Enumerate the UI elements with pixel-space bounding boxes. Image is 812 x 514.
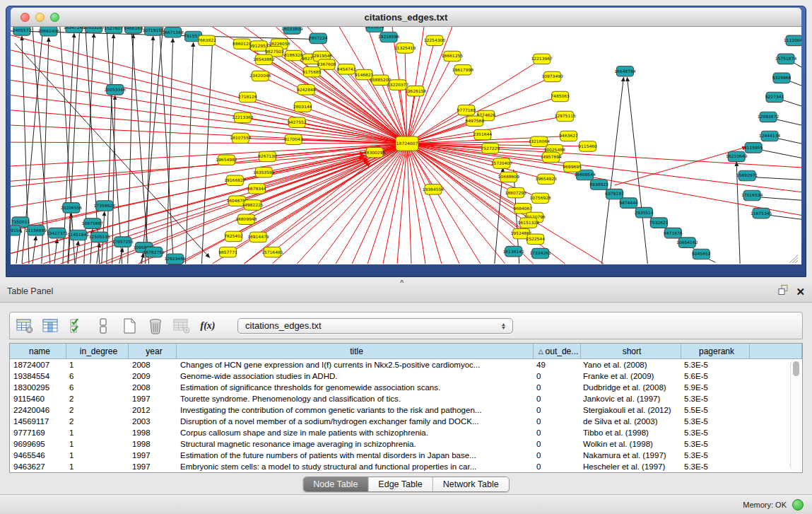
graph-node[interactable]: 9474444: [619, 198, 638, 208]
graph-node[interactable]: 7527229: [481, 144, 500, 153]
graph-node[interactable]: 16136141: [503, 246, 525, 256]
graph-node[interactable]: 16661255: [442, 51, 464, 61]
network-graph[interactable]: 2405572206914061634724810553287152760784…: [11, 27, 801, 264]
table-row[interactable]: 1456911722003Disruption of a novel membe…: [10, 416, 802, 427]
graph-node[interactable]: 16353593: [253, 167, 275, 177]
column-header-out_degree[interactable]: △out_de...: [534, 344, 581, 358]
table-row[interactable]: 1872400712008Changes of HCN gene express…: [10, 359, 802, 370]
graph-node[interactable]: 2803144: [293, 102, 312, 112]
table-row[interactable]: 1938455462009Genome-wide association stu…: [10, 370, 802, 382]
graph-node[interactable]: 12093872: [758, 112, 779, 122]
graph-node[interactable]: 8860128: [233, 39, 252, 49]
network-canvas[interactable]: 2405572206914061634724810553287152760784…: [11, 27, 801, 264]
table-row[interactable]: 977716911998Corpus callosum shape and si…: [10, 427, 802, 438]
graph-node[interactable]: 16151323: [517, 218, 539, 228]
function-builder-icon[interactable]: f(x): [199, 317, 217, 335]
delete-trash-icon[interactable]: [146, 317, 165, 335]
tab-edge-table[interactable]: Edge Table: [368, 477, 433, 491]
graph-node[interactable]: 12923466: [164, 254, 186, 264]
graph-node[interactable]: 12213967: [531, 54, 553, 64]
column-header-in_degree[interactable]: in_degree: [66, 344, 129, 358]
graph-node[interactable]: 15716485: [261, 247, 283, 257]
graph-node[interactable]: 12213363: [232, 112, 254, 122]
graph-nodes[interactable]: 2405572206914061634724810553287152760784…: [11, 27, 801, 264]
scrollbar-thumb[interactable]: [793, 361, 799, 376]
graph-node[interactable]: 8813054: [365, 27, 384, 32]
graph-node[interactable]: 19384554: [423, 185, 445, 194]
graph-node[interactable]: 8466160: [124, 27, 143, 33]
column-chooser-icon[interactable]: [42, 317, 60, 335]
graph-node[interactable]: 18300295: [364, 147, 386, 157]
graph-node[interactable]: 9227341: [765, 92, 784, 102]
graph-node[interactable]: 14982225: [242, 200, 264, 210]
graph-node[interactable]: 7625402: [224, 231, 243, 241]
graph-node[interactable]: 19617998: [452, 65, 474, 75]
graph-node[interactable]: 9699695: [563, 162, 582, 172]
splitter-grip-icon[interactable]: ^: [400, 279, 404, 286]
graph-node[interactable]: 8471676: [664, 228, 683, 238]
merge-rows-icon[interactable]: [94, 317, 112, 335]
graph-node[interactable]: 20053346: [105, 85, 126, 95]
graph-node[interactable]: 11451941: [68, 230, 90, 240]
graph-node[interactable]: 16809948: [235, 214, 257, 224]
graph-node[interactable]: 10975887: [82, 218, 104, 228]
graph-node[interactable]: 12505135: [89, 232, 111, 242]
graph-node[interactable]: 13626158: [405, 86, 427, 96]
table-row[interactable]: 946362711997Embryonic stem cells: a mode…: [10, 461, 802, 472]
graph-node[interactable]: 2522544: [526, 234, 545, 244]
resize-grip-icon[interactable]: [789, 255, 798, 263]
graph-node[interactable]: 6379197: [605, 189, 624, 199]
column-header-name[interactable]: name: [10, 344, 66, 358]
network-window-titlebar[interactable]: citations_edges.txt: [11, 8, 801, 27]
graph-node[interactable]: 15751874: [775, 54, 797, 64]
graph-node[interactable]: 10719155: [142, 27, 164, 35]
graph-node[interactable]: 16782753: [143, 247, 165, 257]
table-settings-icon[interactable]: [16, 317, 34, 335]
graph-node[interactable]: 10654162: [676, 238, 698, 247]
graph-node[interactable]: 10553287: [83, 27, 105, 33]
graph-node[interactable]: 16543862: [253, 54, 275, 64]
graph-node[interactable]: 18724007: [396, 136, 418, 151]
graph-node[interactable]: 11120041: [784, 35, 801, 45]
graph-node[interactable]: 11675345: [751, 208, 772, 218]
graph-node[interactable]: 13427371: [47, 228, 69, 238]
graph-node[interactable]: 16033809: [281, 27, 303, 34]
column-header-title[interactable]: title: [177, 344, 534, 358]
graph-node[interactable]: 17957255: [112, 237, 134, 247]
graph-node[interactable]: 7663822: [197, 35, 216, 45]
graph-node[interactable]: 8454743: [337, 64, 356, 74]
graph-node[interactable]: 1527607: [104, 27, 123, 33]
graph-node[interactable]: 2351644: [473, 129, 493, 139]
graph-node[interactable]: 20691406: [38, 27, 60, 36]
column-header-filler[interactable]: [750, 344, 802, 358]
close-panel-icon[interactable]: ✕: [796, 286, 805, 297]
graph-node[interactable]: 9857771: [218, 247, 237, 257]
graph-node[interactable]: 7485063: [551, 91, 570, 101]
graph-node[interactable]: 7857224: [309, 33, 328, 43]
graph-node[interactable]: 12254300: [424, 35, 446, 45]
graph-node[interactable]: 13216064: [528, 136, 550, 146]
graph-node[interactable]: 2405572: [13, 27, 32, 35]
table-row[interactable]: 1830029562008Estimation of significance …: [10, 382, 802, 393]
tab-node-table[interactable]: Node Table: [303, 477, 368, 491]
table-row[interactable]: 2242004622012Investigating the contribut…: [10, 404, 802, 416]
graph-node[interactable]: 14957694: [540, 152, 562, 162]
graph-node[interactable]: 9777169: [457, 105, 476, 115]
graph-node[interactable]: 16671368: [162, 27, 184, 37]
table-row[interactable]: 946554611997Estimation of the future num…: [10, 450, 802, 461]
graph-node[interactable]: 10756928: [529, 193, 551, 203]
graph-node[interactable]: 7932621: [649, 218, 669, 228]
graph-node[interactable]: 18807293: [505, 187, 527, 197]
graph-node[interactable]: 16210649: [726, 151, 748, 161]
graph-node[interactable]: 16648784: [614, 66, 636, 76]
graph-node[interactable]: 23420046: [249, 71, 271, 81]
graph-node[interactable]: 10688609: [498, 172, 520, 182]
graph-node[interactable]: 9245652: [692, 249, 711, 259]
tab-network-table[interactable]: Network Table: [433, 477, 509, 491]
graph-node[interactable]: 8839154: [11, 225, 22, 235]
graph-node[interactable]: 19166827: [224, 175, 246, 185]
vertical-scrollbar[interactable]: [790, 360, 801, 471]
graph-node[interactable]: 8938923: [589, 180, 608, 189]
graph-node[interactable]: 9115460: [578, 141, 597, 151]
graph-node[interactable]: 11325419: [394, 43, 416, 53]
